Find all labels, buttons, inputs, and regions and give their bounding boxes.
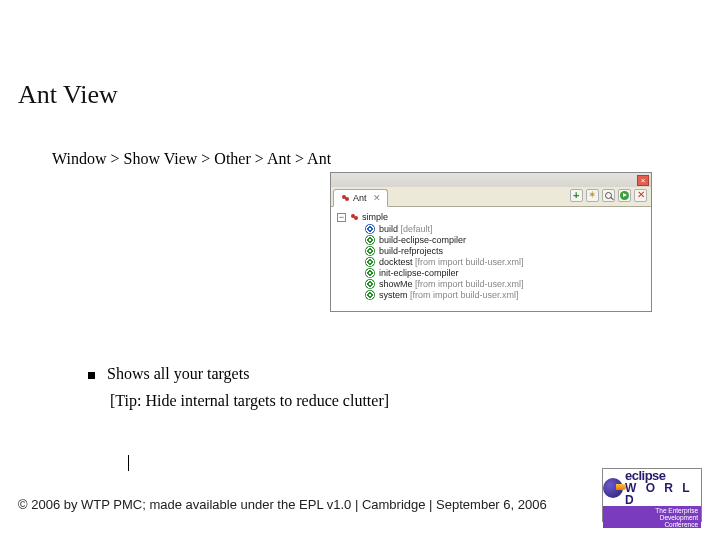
bullet-text: Shows all your targets: [107, 365, 249, 382]
eclipse-globe-icon: [603, 478, 623, 498]
remove-icon[interactable]: [634, 189, 647, 202]
target-item[interactable]: system [from import build-user.xml]: [365, 290, 647, 300]
collapse-icon[interactable]: −: [337, 213, 346, 222]
target-item[interactable]: docktest [from import build-user.xml]: [365, 257, 647, 267]
slide-title: Ant View: [18, 80, 118, 110]
target-icon: [365, 235, 375, 245]
target-icon: [365, 279, 375, 289]
target-icon: [365, 268, 375, 278]
logo-tagline: The Enterprise Development Conference: [603, 506, 701, 528]
target-icon: [365, 257, 375, 267]
tree-root[interactable]: − simple: [337, 212, 647, 222]
eclipse-world-logo: eclipse W O R L D The Enterprise Develop…: [602, 468, 702, 522]
target-item[interactable]: build [default]: [365, 224, 647, 234]
ant-view-window: × Ant ✕ − simple build [default]build-ec…: [330, 172, 652, 312]
target-item[interactable]: build-refprojects: [365, 246, 647, 256]
target-label: build-eclipse-compiler: [379, 235, 466, 245]
run-target-icon[interactable]: [618, 189, 631, 202]
bullet-icon: [88, 372, 95, 379]
target-icon: [365, 224, 375, 234]
target-label: system [from import build-user.xml]: [379, 290, 519, 300]
logo-sub: W O R L D: [625, 482, 701, 506]
tab-label: Ant: [353, 193, 367, 203]
target-item[interactable]: build-eclipse-compiler: [365, 235, 647, 245]
add-buildfile-icon[interactable]: [570, 189, 583, 202]
target-label: build [default]: [379, 224, 433, 234]
window-titlebar: ×: [331, 173, 651, 187]
target-label: init-eclipse-compiler: [379, 268, 459, 278]
ant-icon: [340, 193, 350, 203]
tip-text: [Tip: Hide internal targets to reduce cl…: [110, 392, 389, 410]
tab-close-icon[interactable]: ✕: [373, 193, 381, 203]
target-item[interactable]: showMe [from import build-user.xml]: [365, 279, 647, 289]
search-icon[interactable]: [602, 189, 615, 202]
close-icon[interactable]: ×: [637, 175, 649, 186]
target-label: docktest [from import build-user.xml]: [379, 257, 524, 267]
menu-path: Window > Show View > Other > Ant > Ant: [52, 150, 331, 168]
footer-text: © 2006 by WTP PMC; made available under …: [18, 497, 547, 512]
target-label: showMe [from import build-user.xml]: [379, 279, 524, 289]
add-task-icon[interactable]: [586, 189, 599, 202]
text-cursor: [128, 455, 129, 471]
root-label: simple: [362, 212, 388, 222]
target-icon: [365, 290, 375, 300]
target-item[interactable]: init-eclipse-compiler: [365, 268, 647, 278]
view-toolbar: [570, 189, 647, 202]
bullet-item: Shows all your targets: [88, 365, 249, 383]
target-label: build-refprojects: [379, 246, 443, 256]
target-icon: [365, 246, 375, 256]
view-tab-row: Ant ✕: [331, 187, 651, 207]
ant-icon: [349, 212, 359, 222]
tab-ant[interactable]: Ant ✕: [333, 189, 388, 207]
ant-tree: − simple build [default]build-eclipse-co…: [331, 207, 651, 311]
